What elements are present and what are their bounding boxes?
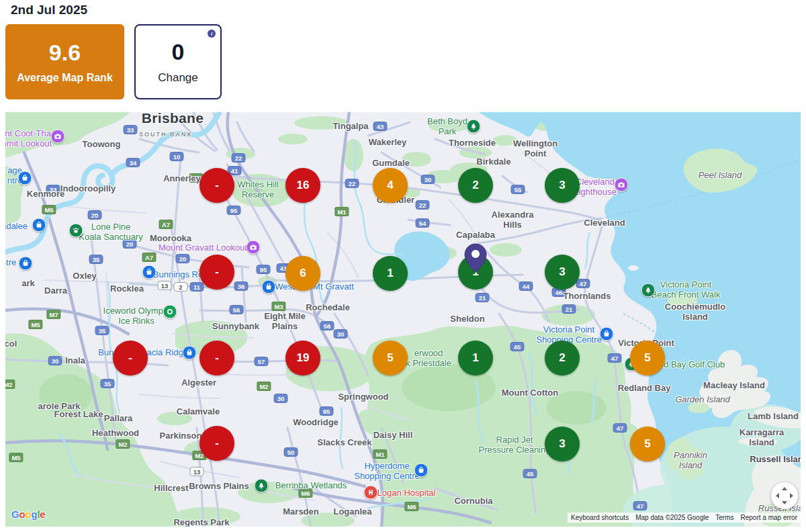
rank-marker[interactable]: 2	[458, 168, 493, 203]
average-map-rank-label: Average Map Rank	[17, 72, 113, 84]
map-label: Bunnings Ro	[153, 269, 203, 279]
map-label: Oxley	[73, 271, 96, 281]
road-shield: M1	[334, 207, 349, 216]
map-label: Annerley	[163, 173, 201, 183]
road-shield: 95	[257, 265, 271, 274]
map-label: ark	[21, 278, 35, 288]
info-icon[interactable]: i	[208, 30, 216, 38]
rank-marker[interactable]: -	[199, 168, 234, 203]
map-label: Eight MilePlains	[264, 311, 305, 332]
map-label: Regents Park	[173, 517, 229, 527]
map-label: ntre	[5, 257, 16, 267]
map-label: KarragarraIsland	[740, 427, 785, 448]
road-shield: 22	[345, 179, 359, 188]
date-label: 2nd Jul 2025	[11, 3, 87, 17]
map-label: Woodridge	[293, 417, 339, 427]
road-shield: 22	[416, 200, 430, 210]
pan-down-icon	[782, 501, 787, 504]
road-shield: 56	[230, 305, 244, 314]
attribution-text: Map data ©2025 Google	[632, 513, 712, 523]
map-label: Rochedale	[306, 302, 350, 312]
road-shield: 47	[608, 353, 622, 363]
road-shield: 10	[170, 152, 184, 161]
bag-icon	[600, 327, 614, 341]
google-logo[interactable]: Google	[11, 508, 46, 520]
average-map-rank-value: 9.6	[49, 40, 81, 66]
rank-marker[interactable]: 3	[545, 255, 580, 290]
map-label: Pallara	[104, 413, 133, 423]
rank-marker[interactable]: 5	[373, 341, 408, 375]
attribution-link[interactable]: Terms	[712, 513, 737, 523]
bag-icon	[18, 171, 32, 185]
map-label: Sheldon	[450, 314, 484, 324]
google-logo-letter: G	[11, 508, 19, 520]
map-label: Parkinson	[160, 431, 202, 441]
road-shield: M2	[5, 380, 15, 389]
map-label: Redland Bay	[618, 383, 671, 393]
road-shield: M5	[42, 205, 56, 214]
road-shield: 54	[416, 218, 430, 228]
road-shield: 21	[562, 304, 576, 314]
rank-marker[interactable]: 16	[285, 168, 320, 203]
map-label: erwoodk Priestdale	[406, 348, 451, 369]
tree-icon	[467, 120, 481, 134]
road-shield: 95	[227, 206, 241, 215]
pan-left-icon	[776, 493, 779, 498]
rank-marker[interactable]: 2	[545, 341, 580, 375]
change-card: i 0 Change	[134, 24, 222, 99]
road-shield: 11	[190, 282, 204, 292]
camera-icon	[615, 178, 629, 192]
change-label: Change	[158, 71, 198, 85]
rank-marker[interactable]: 1	[458, 341, 493, 375]
rank-marker[interactable]: -	[199, 341, 234, 375]
road-shield: M1	[373, 449, 387, 459]
road-shield: 34	[126, 158, 140, 167]
map-label: Calamvale	[177, 406, 220, 416]
attribution-link[interactable]: Report a map error	[737, 513, 801, 523]
map-label: Hillcrest	[154, 483, 188, 493]
camera-icon	[247, 240, 261, 255]
rank-marker[interactable]: 3	[545, 168, 580, 203]
rank-marker[interactable]: 3	[545, 427, 580, 461]
bag-icon	[414, 463, 429, 478]
map-label: Thornlands	[564, 291, 611, 301]
map-label: Inala	[65, 355, 85, 365]
map-label: PannikinIsland	[674, 450, 707, 471]
map-label: Wakerley	[369, 137, 407, 147]
map-label: Springwood	[338, 392, 388, 402]
bag-icon	[32, 218, 46, 232]
camera-icon	[51, 130, 65, 144]
road-shield: A7	[142, 253, 156, 262]
rank-marker[interactable]: 1	[373, 256, 408, 291]
attribution-link[interactable]: Keyboard shortcuts	[568, 513, 632, 523]
rank-marker[interactable]: 4	[373, 168, 408, 203]
road-shield: 33	[124, 125, 138, 134]
rank-marker[interactable]: -	[113, 341, 148, 375]
road-shield: 45	[523, 469, 537, 478]
road-shield: M5	[28, 320, 42, 329]
rank-marker[interactable]: 5	[630, 427, 665, 461]
road-shield: 35	[101, 379, 115, 388]
map-canvas[interactable]: BrisbaneSOUTH BANKToowongIndooroopillyKe…	[5, 112, 801, 527]
road-shield: 35	[89, 255, 103, 264]
rank-marker[interactable]: -	[199, 255, 234, 290]
map-label: Iceworld OlympicIce Rinks	[103, 306, 170, 326]
bag-icon	[142, 265, 156, 279]
map-label: Brisbane	[142, 112, 204, 126]
road-shield: 21	[476, 293, 490, 302]
map-label: Macleay Island	[703, 380, 765, 390]
map-label: Birkdale	[476, 157, 510, 167]
rank-marker[interactable]: 19	[285, 341, 320, 375]
rank-marker[interactable]: -	[199, 426, 234, 461]
pan-control[interactable]	[771, 482, 798, 509]
road-shield: M5	[9, 453, 23, 462]
average-map-rank-card: 9.6 Average Map Rank	[5, 24, 124, 99]
rank-marker[interactable]: 5	[630, 341, 665, 375]
road-shield: 55	[511, 185, 525, 194]
map-label: Logan Hospital	[377, 488, 436, 498]
map-label: Thorneside	[449, 138, 496, 148]
rank-marker[interactable]: 6	[285, 256, 320, 291]
map-label: arole Park	[38, 401, 81, 411]
map-label: CoochiemudloIsland	[665, 302, 725, 322]
map-label: Cornubia	[454, 496, 492, 506]
